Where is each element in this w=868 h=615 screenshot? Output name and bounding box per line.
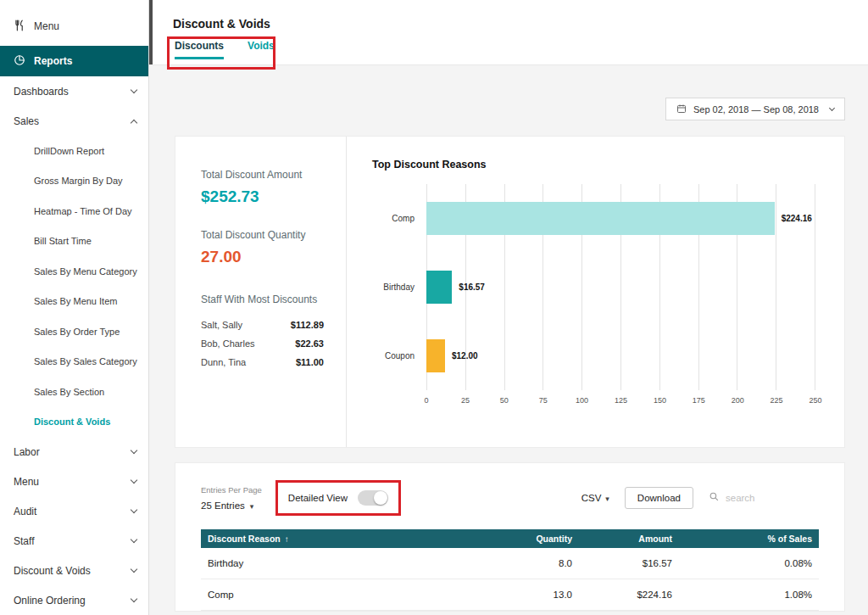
sidebar-subitem-sales-by-section[interactable]: Sales By Section	[0, 377, 148, 407]
chart-x-axis: 0255075100125150175200225250	[426, 390, 815, 409]
top-discount-reasons-chart: Comp $224.16 Birthday $16.57	[372, 184, 815, 409]
csv-select[interactable]: CSV	[581, 493, 609, 503]
sidebar-item-label: Staff	[14, 535, 34, 547]
staff-amount: $11.00	[296, 357, 324, 367]
bar-coupon[interactable]	[426, 339, 445, 372]
sidebar-subitem-sales-by-menu-item[interactable]: Sales By Menu Item	[0, 287, 148, 317]
x-tick-label: 100	[576, 396, 588, 405]
sidebar-item-sales[interactable]: Sales	[0, 106, 148, 136]
tab-discounts[interactable]: Discounts	[175, 40, 224, 59]
sidebar-item-label: Audit	[14, 506, 36, 517]
discounts-table-card: Entries Per Page 25 Entries Detailed Vie…	[175, 462, 845, 612]
sidebar-item-staff[interactable]: Staff	[0, 526, 148, 556]
sidebar-item-label: Sales	[14, 115, 39, 127]
calendar-icon	[676, 103, 687, 115]
sidebar-item-label: Menu	[14, 476, 39, 488]
sidebar-item-labor[interactable]: Labor	[0, 437, 148, 467]
sidebar-subitem-drilldown-report[interactable]: DrillDown Report	[0, 136, 148, 166]
toggle-knob	[374, 491, 387, 505]
sidebar: Menu Reports Dashboards Sales DrillDown …	[0, 0, 149, 615]
sidebar-item-online-ordering[interactable]: Online Ordering	[0, 585, 148, 615]
sidebar-subitem-discount-and-voids[interactable]: Discount & Voids	[0, 407, 148, 438]
page-title: Discount & Voids	[173, 17, 868, 31]
sidebar-subitem-sales-by-menu-category[interactable]: Sales By Menu Category	[0, 256, 148, 287]
cell-discount-reason: Birthday	[208, 558, 445, 568]
chevron-down-icon	[131, 566, 137, 573]
sidebar-subitem-bill-start-time[interactable]: Bill Start Time	[0, 226, 148, 257]
total-discount-amount-block: Total Discount Amount $252.73	[201, 169, 324, 206]
column-header-amount[interactable]: Amount	[572, 534, 672, 544]
column-header-pct-of-sales[interactable]: % of Sales	[672, 534, 812, 544]
entries-per-page: Entries Per Page 25 Entries	[201, 485, 262, 511]
sidebar-item-menu[interactable]: Menu	[0, 10, 148, 42]
x-tick-label: 75	[539, 396, 548, 405]
bar-birthday[interactable]	[426, 271, 452, 304]
discount-summary-card: Total Discount Amount $252.73 Total Disc…	[175, 136, 845, 448]
chart-bar-row: Coupon $12.00	[372, 321, 815, 390]
date-range-picker[interactable]: Sep 02, 2018 — Sep 08, 2018	[665, 98, 845, 120]
sidebar-item-label: Online Ordering	[14, 595, 86, 607]
staff-name: Bob, Charles	[201, 338, 255, 349]
table-row[interactable]: Comp 13.0 $224.16 1.08%	[201, 579, 819, 611]
tab-voids[interactable]: Voids	[248, 40, 275, 59]
detailed-view-toggle[interactable]	[358, 490, 388, 506]
cell-pct-of-sales: 1.08%	[672, 590, 812, 600]
column-header-quantity[interactable]: Quantity	[445, 534, 572, 544]
scrollbar[interactable]	[149, 0, 153, 64]
sidebar-item-audit[interactable]: Audit	[0, 496, 148, 526]
chevron-down-icon	[131, 87, 137, 93]
cell-discount-reason: Comp	[208, 590, 445, 600]
x-tick-label: 50	[500, 396, 509, 405]
chevron-down-icon	[829, 104, 835, 110]
table-row[interactable]: Birthday 8.0 $16.57 0.08%	[201, 548, 819, 579]
sidebar-item-discount-and-voids[interactable]: Discount & Voids	[0, 556, 148, 585]
staff-name: Salt, Sally	[201, 320, 242, 330]
cell-pct-of-sales: 0.08%	[672, 558, 812, 568]
app-root: Menu Reports Dashboards Sales DrillDown …	[0, 0, 868, 615]
x-tick-label: 125	[615, 396, 627, 405]
entries-select-value: 25 Entries	[201, 500, 245, 511]
chart-axis-row: 0255075100125150175200225250	[372, 390, 815, 409]
staff-with-most-discounts-label: Staff With Most Discounts	[201, 294, 324, 305]
x-tick-label: 200	[732, 396, 744, 405]
utensils-icon	[14, 20, 25, 34]
date-range-label: Sep 02, 2018 — Sep 08, 2018	[693, 104, 819, 115]
sidebar-item-menu-section[interactable]: Menu	[0, 467, 148, 496]
pie-chart-icon	[14, 54, 25, 69]
entries-per-page-label: Entries Per Page	[201, 485, 262, 495]
cell-amount: $16.57	[572, 558, 672, 568]
table-controls: Entries Per Page 25 Entries Detailed Vie…	[175, 463, 844, 529]
cell-quantity: 8.0	[445, 558, 572, 568]
chart-category-label: Birthday	[372, 253, 426, 321]
chevron-down-icon	[131, 447, 137, 454]
staff-row: Bob, Charles $22.63	[201, 334, 324, 353]
table-controls-right: CSV Download	[581, 487, 819, 509]
download-button[interactable]: Download	[625, 487, 693, 509]
sidebar-item-label: Discount & Voids	[14, 565, 91, 577]
sidebar-subitem-gross-margin-by-day[interactable]: Gross Margin By Day	[0, 166, 148, 197]
chevron-down-icon	[131, 506, 137, 513]
bar-value-label: $224.16	[782, 214, 812, 223]
sort-asc-icon: ↑	[285, 534, 289, 544]
bar-value-label: $16.57	[459, 282, 485, 292]
staff-name: Dunn, Tina	[201, 357, 246, 367]
sidebar-subitem-sales-by-order-type[interactable]: Sales By Order Type	[0, 316, 148, 347]
search-input[interactable]	[726, 493, 819, 503]
summary-column: Total Discount Amount $252.73 Total Disc…	[175, 137, 347, 447]
csv-label: CSV	[581, 493, 602, 503]
entries-select[interactable]: 25 Entries	[201, 500, 262, 511]
x-tick-label: 225	[771, 396, 783, 405]
annotation-rect-detailed-view: Detailed View	[275, 480, 401, 516]
chart-plot-cell: $224.16	[426, 184, 815, 253]
cell-amount: $224.16	[572, 590, 672, 600]
sidebar-subitem-sales-by-sales-category[interactable]: Sales By Sales Category	[0, 347, 148, 377]
sidebar-item-reports[interactable]: Reports	[0, 46, 148, 76]
total-discount-amount-label: Total Discount Amount	[201, 169, 324, 181]
cell-quantity: 13.0	[445, 590, 572, 600]
column-header-discount-reason[interactable]: Discount Reason ↑	[208, 534, 445, 544]
bar-comp[interactable]	[426, 202, 775, 235]
sidebar-subitem-heatmap-time-of-day[interactable]: Heatmap - Time Of Day	[0, 196, 148, 226]
sidebar-item-dashboards[interactable]: Dashboards	[0, 76, 148, 106]
staff-row: Dunn, Tina $11.00	[201, 353, 324, 372]
caret-down-icon	[605, 493, 609, 503]
